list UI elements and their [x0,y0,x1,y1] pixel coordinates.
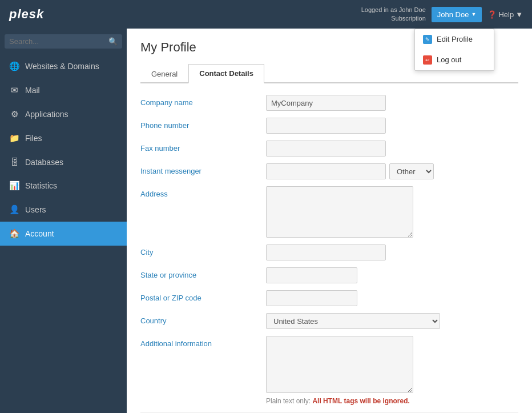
hint-prefix: Plain text only: [266,397,312,405]
zip-row: Postal or ZIP code [140,290,518,306]
user-info: Logged in as John Doe Subscription [361,6,426,23]
sidebar-item-applications-label: Applications [25,110,68,119]
address-row: Address [140,186,518,238]
sidebar-item-users-label: Users [25,205,46,214]
address-label: Address [140,186,266,198]
sidebar-item-mail-label: Mail [25,86,40,95]
databases-icon: 🗄 [9,157,19,167]
city-input[interactable] [266,244,386,260]
files-icon: 📁 [9,133,19,143]
subscription-label: Subscription [361,14,426,23]
fax-number-input[interactable] [266,141,386,157]
statistics-icon: 📊 [9,181,19,191]
company-name-input[interactable] [266,95,386,111]
city-row: City [140,244,518,260]
dropdown-caret-icon: ▼ [471,11,476,17]
hint-text: Plain text only: All HTML tags will be i… [266,397,413,405]
tab-contact-details[interactable]: Contact Details [188,64,264,83]
sidebar-item-account[interactable]: 🏠 Account [0,222,127,246]
logout-item[interactable]: ↩ Log out [415,50,494,70]
logout-label: Log out [437,55,461,64]
company-name-label: Company name [140,95,266,107]
search-icon: 🔍 [108,37,118,46]
sidebar-item-databases[interactable]: 🗄 Databases [0,150,127,174]
company-name-row: Company name [140,95,518,111]
user-dropdown-button[interactable]: John Doe ▼ [432,7,482,22]
phone-number-row: Phone number [140,118,518,134]
phone-number-label: Phone number [140,118,266,130]
globe-icon: 🌐 [9,61,19,71]
help-caret-icon: ▼ [515,10,523,19]
sidebar-item-account-label: Account [25,229,54,238]
state-input[interactable] [266,267,357,283]
state-row: State or province [140,267,518,283]
sidebar-item-statistics-label: Statistics [25,181,57,190]
instant-messenger-label: Instant messenger [140,163,266,175]
topbar: plesk Logged in as John Doe Subscription… [0,0,532,29]
topbar-right: Logged in as John Doe Subscription John … [361,6,523,23]
account-icon: 🏠 [9,228,19,239]
fax-number-row: Fax number [140,141,518,157]
instant-messenger-select[interactable]: Other ICQ MSN Yahoo AIM Jabber [389,163,434,179]
edit-profile-label: Edit Profile [437,35,473,43]
additional-info-container: Plain text only: All HTML tags will be i… [266,336,413,405]
main-layout: 🔍 🌐 Websites & Domains ✉ Mail ⚙ Applicat… [0,29,532,413]
im-controls: Other ICQ MSN Yahoo AIM Jabber [266,163,434,179]
sidebar-item-mail[interactable]: ✉ Mail [0,78,127,102]
sidebar-search-container: 🔍 [0,29,127,54]
sidebar-item-users[interactable]: 👤 Users [0,198,127,222]
country-row: Country United States United Kingdom Can… [140,313,518,329]
phone-number-input[interactable] [266,118,386,134]
instant-messenger-input[interactable] [266,163,386,179]
applications-icon: ⚙ [9,109,19,119]
address-textarea[interactable] [266,186,413,238]
search-input[interactable] [9,37,108,46]
hint-highlight: All HTML tags will be ignored. [312,397,409,405]
content-area: My Profile General Contact Details Compa… [127,29,532,413]
help-label: Help [498,10,514,19]
app-logo: plesk [9,7,44,22]
zip-input[interactable] [266,290,357,306]
additional-info-row: Additional information Plain text only: … [140,336,518,405]
instant-messenger-row: Instant messenger Other ICQ MSN Yahoo AI… [140,163,518,179]
sidebar-item-files-label: Files [25,134,42,143]
additional-info-label: Additional information [140,336,266,348]
logout-icon: ↩ [423,55,432,65]
tab-general[interactable]: General [140,64,188,83]
zip-label: Postal or ZIP code [140,290,266,302]
sidebar-item-applications[interactable]: ⚙ Applications [0,102,127,126]
mail-icon: ✉ [9,85,19,95]
help-button[interactable]: ❓ Help ▼ [487,10,523,19]
logged-in-label: Logged in as John Doe [361,6,426,14]
country-label: Country [140,313,266,325]
user-button-label: John Doe [437,10,469,19]
user-dropdown-menu: ✎ Edit Profile ↩ Log out [414,29,494,71]
city-label: City [140,244,266,256]
edit-profile-icon: ✎ [423,35,432,44]
sidebar-search-inner: 🔍 [5,34,122,49]
sidebar-item-websites[interactable]: 🌐 Websites & Domains [0,54,127,78]
contact-details-form: Company name Phone number Fax number Ins… [140,95,518,413]
sidebar: 🔍 🌐 Websites & Domains ✉ Mail ⚙ Applicat… [0,29,127,413]
fax-number-label: Fax number [140,141,266,153]
users-icon: 👤 [9,205,19,215]
sidebar-item-databases-label: Databases [25,158,63,167]
country-select[interactable]: United States United Kingdom Canada Aust… [266,313,440,329]
sidebar-item-statistics[interactable]: 📊 Statistics [0,174,127,198]
additional-info-textarea[interactable] [266,336,413,393]
help-circle-icon: ❓ [487,10,497,19]
state-label: State or province [140,267,266,279]
sidebar-item-websites-label: Websites & Domains [25,62,99,71]
sidebar-item-files[interactable]: 📁 Files [0,126,127,150]
edit-profile-item[interactable]: ✎ Edit Profile [415,29,494,50]
